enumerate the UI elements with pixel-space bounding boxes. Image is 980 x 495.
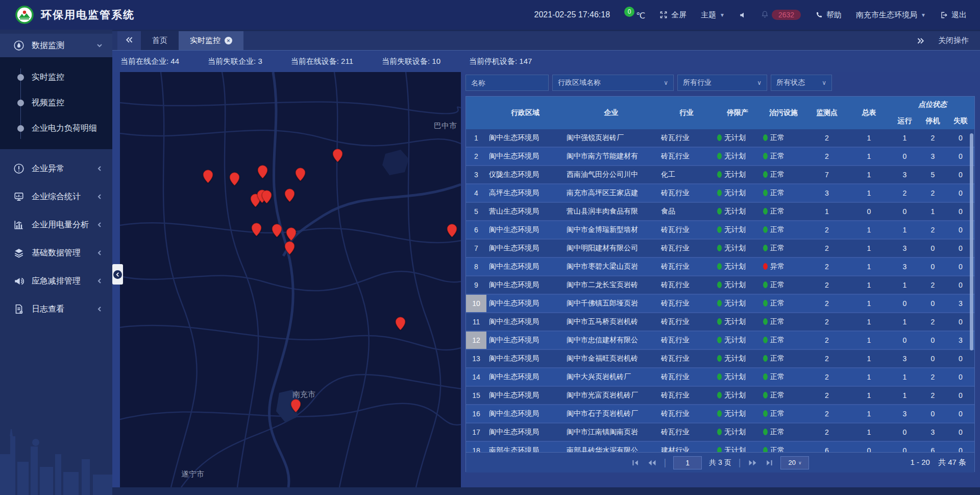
sidebar-group-1[interactable]: 数据监测 [0,34,112,57]
total-meter-cell: 1 [847,281,891,289]
megaphone-icon [13,275,24,287]
sidebar-group-4[interactable]: 企业用电量分析 [0,212,112,238]
name-filter-input[interactable] [465,75,549,91]
mute-button[interactable] [739,11,747,19]
table-row[interactable]: 10 阆中生态环境局 阆中千佛镇五郎垭页岩 砖瓦行业 无计划 正常 2 1 0 … [466,295,974,313]
sidebar-group-7[interactable]: 日志查看 [0,296,112,322]
row-index-cell: 15 [466,387,486,404]
map-pin-icon[interactable] [295,168,306,181]
table-row[interactable]: 5 营山生态环境局 营山县润丰肉食品有限 食品 无计划 正常 1 0 0 1 0 [466,203,974,221]
table-row[interactable]: 1 阆中生态环境局 阆中强锐页岩砖厂 砖瓦行业 无计划 正常 2 1 1 2 0 [466,129,974,148]
map-pin-icon[interactable] [290,399,301,413]
table-scrollbar[interactable] [970,133,973,350]
next-page-icon[interactable] [748,459,757,466]
first-page-icon[interactable] [631,459,640,466]
map-pin-icon[interactable] [261,190,272,204]
enterprise-map[interactable]: 巴中市南充市遂宁市 [120,72,461,487]
table-row[interactable]: 8 阆中生态环境局 阆中市枣碧大梁山页岩 砖瓦行业 无计划 异常 2 1 3 0… [466,258,974,276]
sidebar-group-2[interactable]: 企业异常 [0,156,112,181]
last-page-icon[interactable] [765,459,773,466]
monitor-points-cell: 2 [806,244,847,252]
table-row[interactable]: 9 阆中生态环境局 阆中市二龙长宝页岩砖 砖瓦行业 无计划 正常 2 1 1 2… [466,276,974,295]
total-meter-cell: 1 [847,226,891,234]
sidebar-subitem[interactable]: 企业电力负荷明细 [0,115,112,141]
theme-menu-button[interactable]: 主题 ▼ [701,10,725,20]
table-row[interactable]: 4 高坪生态环境局 南充市高坪区王家店建 砖瓦行业 无计划 正常 3 1 2 2… [466,184,974,203]
page-size-select[interactable]: 20 ∨ [780,456,809,469]
sidebar-submenu: 实时监控 视频监控 企业电力负荷明细 [0,57,112,149]
pager-divider: | [664,457,667,468]
table-row[interactable]: 14 阆中生态环境局 阆中大兴页岩机砖厂 砖瓦行业 无计划 正常 2 1 1 2… [466,368,974,387]
table-row[interactable]: 15 阆中生态环境局 阆中市光富页岩机砖厂 砖瓦行业 无计划 正常 2 1 1 … [466,387,974,405]
sidebar-subitem[interactable]: 实时监控 [0,64,112,90]
map-pin-icon[interactable] [272,224,282,238]
sidebar-nav: 数据监测 实时监控 视频监控 企业电力负荷明细 企业异常 企业综合统计 企业用电… [0,30,112,495]
monitor-points-cell: 2 [806,410,847,418]
map-pin-icon[interactable] [447,224,457,238]
offline-cell: 0 [947,391,974,399]
user-menu-button[interactable]: 南充市生态环境局 ▼ [856,10,926,20]
industry-filter-select[interactable]: 所有行业 ∨ [677,75,767,91]
row-index-cell: 8 [466,258,486,275]
table-row[interactable]: 18 南部生态环境局 南部县砖华水泥有限公 建材行业 无计划 正常 6 0 0 … [466,442,974,452]
page-title: 环保用电监管系统 [41,8,135,22]
region-filter-select[interactable]: 行政区域名称 ∨ [552,75,674,91]
chevron-down-icon [96,42,103,49]
table-row[interactable]: 12 阆中生态环境局 阆中市忠信建材有限公 砖瓦行业 无计划 正常 2 1 0 … [466,332,974,350]
map-pin-icon[interactable] [229,172,240,186]
tab-首页[interactable]: 首页 [141,31,179,50]
eco-logo [15,6,34,24]
tab-close-icon[interactable]: ✕ [225,37,232,44]
map-pin-icon[interactable] [332,149,343,162]
table-row[interactable]: 11 阆中生态环境局 阆中市五马桥页岩机砖 砖瓦行业 无计划 正常 2 1 1 … [466,313,974,332]
table-row[interactable]: 16 阆中生态环境局 阆中市石子页岩机砖厂 砖瓦行业 无计划 正常 2 1 3 … [466,405,974,423]
table-row[interactable]: 13 阆中生态环境局 阆中市金福旺页岩机砖 砖瓦行业 无计划 正常 2 1 3 … [466,350,974,368]
stop-production-cell: 无计划 [715,188,761,198]
sidebar-group-5[interactable]: 基础数据管理 [0,240,112,266]
pollution-facility-cell: 正常 [761,152,806,161]
table-row[interactable]: 7 阆中生态环境局 阆中明阳建材有限公司 砖瓦行业 无计划 正常 2 1 3 0… [466,240,974,258]
status-dot-icon [763,429,768,435]
map-pin-icon[interactable] [251,223,262,237]
tab-实时监控[interactable]: 实时监控 ✕ [179,31,243,50]
map-pin-icon[interactable] [284,188,295,202]
page-input[interactable] [673,456,702,469]
stop-production-cell: 无计划 [715,391,761,400]
filter-bar: 行政区域名称 ∨ 所有行业 ∨ 所有状态 ∨ [465,75,975,91]
map-pin-icon[interactable] [286,227,297,241]
row-index-cell: 10 [466,295,486,312]
sidebar-group-3[interactable]: 企业综合统计 [0,184,112,209]
table-row[interactable]: 6 阆中生态环境局 阆中市金博瑞新型墙材 砖瓦行业 无计划 正常 2 1 1 2… [466,221,974,240]
status-filter-select[interactable]: 所有状态 ∨ [771,75,832,91]
logout-button[interactable]: 退出 [940,10,967,20]
stop-production-cell: 无计划 [715,170,761,179]
status-metric: 当前停机设备: 147 [469,57,532,66]
status-dot-icon [717,208,722,215]
table-row[interactable]: 2 阆中生态环境局 阆中市南方节能建材有 砖瓦行业 无计划 正常 2 1 0 3… [466,148,974,166]
notifications-button[interactable]: 2632 [761,10,801,20]
fullscreen-icon [659,11,668,19]
help-button[interactable]: 帮助 [815,10,842,20]
table-row[interactable]: 3 仪陇生态环境局 西南油气田分公司川中 化工 无计划 正常 7 1 3 5 0 [466,166,974,184]
close-operations-button[interactable]: 关闭操作 [938,36,969,45]
total-meter-cell: 1 [847,152,891,160]
sidebar-collapse-toggle[interactable] [112,264,123,285]
map-city-label: 遂宁市 [181,469,204,479]
map-pin-icon[interactable] [203,170,213,183]
map-pin-icon[interactable] [395,317,406,331]
pollution-facility-cell: 正常 [761,336,806,345]
running-cell: 1 [891,226,919,234]
sidebar-group-6[interactable]: 应急减排管理 [0,268,112,294]
scroll-tabs-left-button[interactable] [117,31,141,50]
fullscreen-button[interactable]: 全屏 [659,10,687,20]
total-meter-cell: 1 [847,171,891,179]
map-pin-icon[interactable] [257,165,268,179]
prev-page-icon[interactable] [647,459,657,466]
scroll-tabs-right-button[interactable] [917,37,925,45]
map-pin-icon[interactable] [284,241,295,255]
sidebar-subitem[interactable]: 视频监控 [0,90,112,115]
monitor-points-cell: 2 [806,263,847,271]
region-cell: 阆中生态环境局 [486,372,564,382]
table-row[interactable]: 17 阆中生态环境局 阆中市江南镇阆南页岩 砖瓦行业 无计划 正常 2 1 0 … [466,423,974,442]
temperature-value-badge: 0 [624,7,634,17]
